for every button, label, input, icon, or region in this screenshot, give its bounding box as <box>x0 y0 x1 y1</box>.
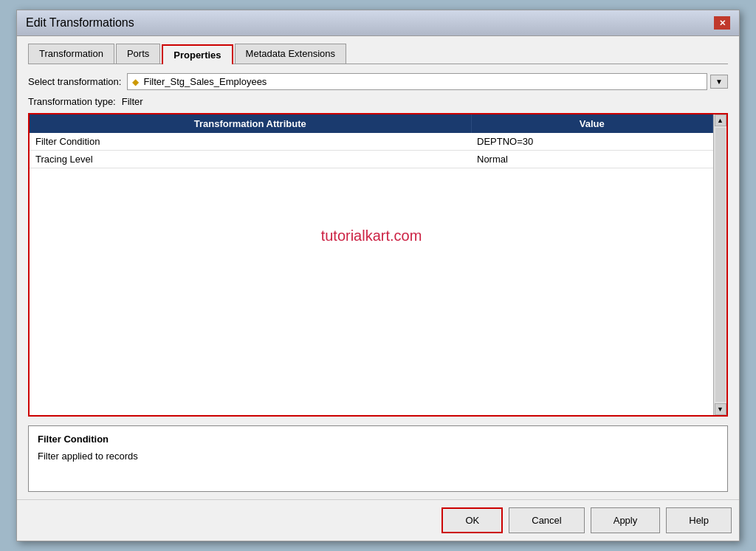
title-bar: Edit Transformations ✕ <box>17 10 739 36</box>
value-cell: DEPTNO=30 <box>471 133 713 151</box>
info-panel-title: Filter Condition <box>38 434 718 445</box>
select-transformation-label: Select transformation: <box>28 76 121 87</box>
info-panel: Filter Condition Filter applied to recor… <box>28 425 728 492</box>
col-value: Value <box>471 114 713 133</box>
scroll-track[interactable] <box>715 128 726 402</box>
tab-properties[interactable]: Properties <box>162 44 233 64</box>
dialog-content: Transformation Ports Properties Metadata… <box>17 36 739 499</box>
select-transformation-field[interactable]: ◆ Filter_Stg_Sales_Employees <box>127 73 707 90</box>
attribute-cell: Filter Condition <box>30 133 471 151</box>
help-button[interactable]: Help <box>666 507 732 533</box>
table-row[interactable]: Tracing Level Normal <box>30 151 713 168</box>
transformation-type-row: Transformation type: Filter <box>28 96 728 107</box>
tabs-row: Transformation Ports Properties Metadata… <box>28 44 728 64</box>
dialog-title: Edit Transformations <box>26 16 134 30</box>
filter-icon: ◆ <box>132 77 139 87</box>
button-row: OK Cancel Apply Help <box>17 499 739 541</box>
attribute-cell: Tracing Level <box>30 151 471 168</box>
select-transformation-row: Select transformation: ◆ Filter_Stg_Sale… <box>28 73 728 90</box>
close-button[interactable]: ✕ <box>714 16 730 30</box>
scroll-up-button[interactable]: ▲ <box>715 114 726 126</box>
cancel-button[interactable]: Cancel <box>509 507 584 533</box>
title-bar-controls: ✕ <box>714 16 730 30</box>
transformation-type-label: Transformation type: <box>28 96 116 107</box>
tab-transformation[interactable]: Transformation <box>28 44 114 64</box>
tab-metadata-extensions[interactable]: Metadata Extensions <box>235 44 346 64</box>
value-cell: Normal <box>471 151 713 168</box>
watermark: tutorialkart.com <box>30 168 713 304</box>
properties-table: Transformation Attribute Value Filter Co… <box>30 114 713 168</box>
scroll-down-button[interactable]: ▼ <box>715 403 726 415</box>
col-attribute: Transformation Attribute <box>30 114 471 133</box>
tab-ports[interactable]: Ports <box>116 44 160 64</box>
apply-button[interactable]: Apply <box>591 507 661 533</box>
info-panel-description: Filter applied to records <box>38 451 718 462</box>
ok-button[interactable]: OK <box>441 507 503 533</box>
select-transformation-value: Filter_Stg_Sales_Employees <box>143 76 267 87</box>
table-row[interactable]: Filter Condition DEPTNO=30 <box>30 133 713 151</box>
edit-transformations-dialog: Edit Transformations ✕ Transformation Po… <box>16 10 740 541</box>
transformation-type-value: Filter <box>122 96 143 107</box>
dropdown-arrow[interactable]: ▼ <box>710 75 728 89</box>
table-spacer: tutorialkart.com <box>30 168 713 415</box>
select-transformation-container: ◆ Filter_Stg_Sales_Employees ▼ <box>127 73 728 90</box>
vertical-scrollbar[interactable]: ▲ ▼ <box>713 114 726 415</box>
properties-table-inner: Transformation Attribute Value Filter Co… <box>30 114 713 415</box>
properties-table-container: Transformation Attribute Value Filter Co… <box>28 113 728 417</box>
